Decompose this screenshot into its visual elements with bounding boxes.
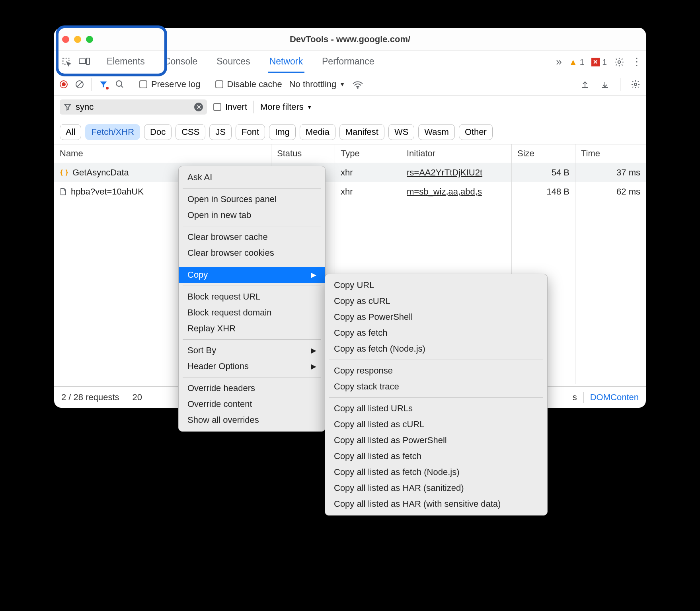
request-type: xhr xyxy=(335,182,401,201)
col-initiator[interactable]: Initiator xyxy=(401,144,512,163)
close-button[interactable] xyxy=(62,36,69,43)
menu-copy-all-har-full[interactable]: Copy all listed as HAR (with sensitive d… xyxy=(325,496,547,512)
errors-badge[interactable]: ✕1 xyxy=(591,57,607,67)
copy-submenu: Copy URL Copy as cURL Copy as PowerShell… xyxy=(325,274,548,516)
disable-cache-checkbox[interactable]: Disable cache xyxy=(215,79,282,90)
pill-font[interactable]: Font xyxy=(236,124,265,140)
menu-block-domain[interactable]: Block request domain xyxy=(179,305,325,321)
menu-open-sources[interactable]: Open in Sources panel xyxy=(179,191,325,207)
pill-manifest[interactable]: Manifest xyxy=(339,124,384,140)
menu-sort-by[interactable]: Sort By▶ xyxy=(179,342,325,358)
clear-icon[interactable] xyxy=(75,80,84,89)
menu-copy-all-ps[interactable]: Copy all listed as PowerShell xyxy=(325,432,547,448)
menu-ask-ai[interactable]: Ask AI xyxy=(179,169,325,185)
kebab-menu-icon[interactable]: ⋮ xyxy=(632,59,642,64)
svg-rect-2 xyxy=(86,58,90,64)
menu-clear-cache[interactable]: Clear browser cache xyxy=(179,229,325,245)
pill-all[interactable]: All xyxy=(60,124,81,140)
menu-override-content[interactable]: Override content xyxy=(179,396,325,412)
col-status[interactable]: Status xyxy=(271,144,335,163)
menu-copy-fetch-node[interactable]: Copy as fetch (Node.js) xyxy=(325,341,547,357)
menu-copy-url[interactable]: Copy URL xyxy=(325,277,547,293)
separator xyxy=(583,392,584,403)
inspect-icon[interactable] xyxy=(58,57,76,67)
overflow-icon[interactable]: » xyxy=(556,56,562,68)
col-type[interactable]: Type xyxy=(335,144,401,163)
menu-copy[interactable]: Copy▶ xyxy=(179,267,325,283)
menu-copy-curl[interactable]: Copy as cURL xyxy=(325,293,547,309)
menu-header-options[interactable]: Header Options▶ xyxy=(179,358,325,374)
preserve-log-checkbox[interactable]: Preserve log xyxy=(139,79,201,90)
settings-gear-icon[interactable] xyxy=(614,57,624,67)
table-row[interactable]: GetAsyncData xhr rs=AA2YrTtDjKIU2t 54 B … xyxy=(54,163,646,182)
tab-performance[interactable]: Performance xyxy=(320,51,376,72)
separator xyxy=(253,101,254,113)
file-icon xyxy=(60,188,67,196)
request-time: 62 ms xyxy=(575,182,646,201)
menu-block-url[interactable]: Block request URL xyxy=(179,289,325,305)
transferred-partial: 20 xyxy=(133,392,142,403)
tab-console[interactable]: Console xyxy=(162,51,199,72)
network-conditions-icon[interactable] xyxy=(352,80,363,89)
record-button[interactable] xyxy=(60,80,68,88)
clear-filter-icon[interactable]: ✕ xyxy=(194,103,203,111)
import-har-icon[interactable] xyxy=(580,80,590,89)
menu-copy-all-fetch-node[interactable]: Copy all listed as fetch (Node.js) xyxy=(325,464,547,480)
menu-clear-cookies[interactable]: Clear browser cookies xyxy=(179,245,325,261)
pill-media[interactable]: Media xyxy=(300,124,335,140)
pill-other[interactable]: Other xyxy=(459,124,493,140)
menu-copy-fetch[interactable]: Copy as fetch xyxy=(325,325,547,341)
col-size[interactable]: Size xyxy=(512,144,575,163)
menu-show-overrides[interactable]: Show all overrides xyxy=(179,412,325,428)
table-row[interactable]: hpba?vet=10ahUK xhr m=sb_wiz,aa,abd,s 14… xyxy=(54,182,646,201)
col-name[interactable]: Name xyxy=(54,144,271,163)
device-icon[interactable] xyxy=(76,57,93,67)
search-icon[interactable] xyxy=(115,80,125,89)
request-initiator[interactable]: rs=AA2YrTtDjKIU2t xyxy=(407,167,482,178)
request-name: hpba?vet=10ahUK xyxy=(71,187,144,197)
minimize-button[interactable] xyxy=(74,36,81,43)
pill-ws[interactable]: WS xyxy=(388,124,414,140)
pill-js[interactable]: JS xyxy=(209,124,232,140)
pill-doc[interactable]: Doc xyxy=(144,124,172,140)
domcontentloaded-link[interactable]: DOMConten xyxy=(590,392,639,403)
menu-open-tab[interactable]: Open in new tab xyxy=(179,207,325,223)
window-title: DevTools - www.google.com/ xyxy=(54,34,646,45)
col-time[interactable]: Time xyxy=(575,144,646,163)
pill-css[interactable]: CSS xyxy=(175,124,205,140)
throttling-select[interactable]: No throttling▼ xyxy=(289,79,345,90)
pill-fetch-xhr[interactable]: Fetch/XHR xyxy=(85,124,140,140)
menu-override-headers[interactable]: Override headers xyxy=(179,380,325,396)
tab-elements[interactable]: Elements xyxy=(105,51,146,72)
filter-input[interactable] xyxy=(76,102,190,112)
invert-checkbox[interactable]: Invert xyxy=(213,102,247,112)
menu-copy-all-har-sanitized[interactable]: Copy all listed as HAR (sanitized) xyxy=(325,480,547,496)
more-filters-button[interactable]: More filters▼ xyxy=(260,102,312,112)
menu-replay-xhr[interactable]: Replay XHR xyxy=(179,321,325,337)
tab-network[interactable]: Network xyxy=(268,51,304,73)
separator xyxy=(92,78,92,91)
filter-toggle-icon[interactable] xyxy=(99,80,108,89)
network-settings-gear-icon[interactable] xyxy=(631,80,640,89)
request-name: GetAsyncData xyxy=(72,167,129,178)
zoom-button[interactable] xyxy=(86,36,93,43)
menu-copy-stack[interactable]: Copy stack trace xyxy=(325,379,547,395)
menu-copy-all-fetch[interactable]: Copy all listed as fetch xyxy=(325,448,547,464)
export-har-icon[interactable] xyxy=(600,80,610,89)
request-initiator[interactable]: m=sb_wiz,aa,abd,s xyxy=(407,187,482,197)
pill-wasm[interactable]: Wasm xyxy=(418,124,455,140)
warnings-badge[interactable]: ▲1 xyxy=(569,57,584,67)
menu-copy-all-urls[interactable]: Copy all listed URLs xyxy=(325,401,547,416)
titlebar: DevTools - www.google.com/ xyxy=(54,28,646,51)
pill-img[interactable]: Img xyxy=(269,124,296,140)
svg-point-8 xyxy=(357,88,358,88)
tab-sources[interactable]: Sources xyxy=(215,51,252,72)
traffic-lights xyxy=(54,36,93,43)
menu-copy-response[interactable]: Copy response xyxy=(325,363,547,379)
menu-copy-all-curl[interactable]: Copy all listed as cURL xyxy=(325,416,547,432)
svg-rect-1 xyxy=(79,59,86,64)
request-size: 54 B xyxy=(512,163,575,182)
menu-copy-powershell[interactable]: Copy as PowerShell xyxy=(325,309,547,325)
svg-point-3 xyxy=(618,60,621,63)
finish-suffix: s xyxy=(573,392,577,403)
